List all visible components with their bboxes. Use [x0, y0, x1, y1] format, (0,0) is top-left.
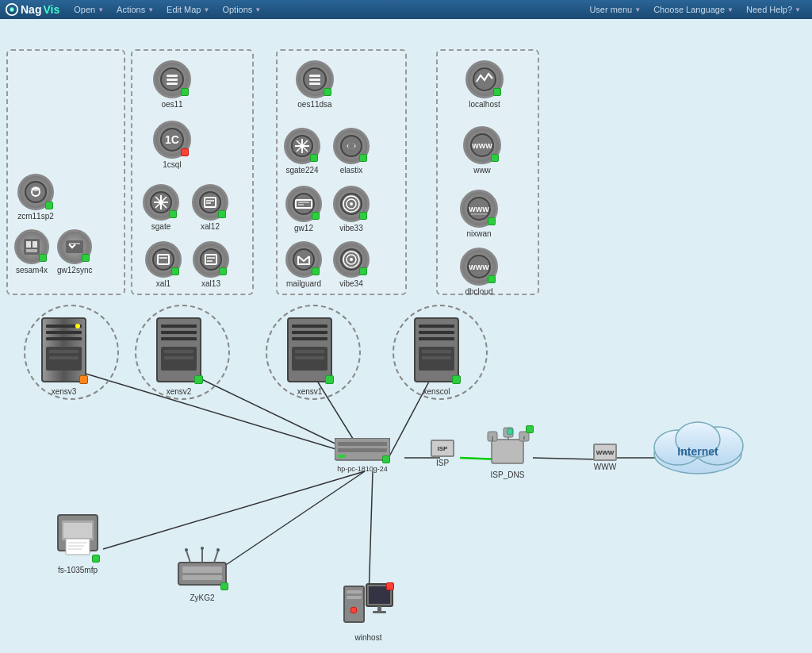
nav-need-help[interactable]: Need Help? ▼ [740, 0, 807, 19]
svg-rect-106 [338, 442, 387, 446]
svg-rect-23 [167, 75, 178, 77]
svg-rect-130 [182, 567, 222, 573]
svg-point-40 [201, 249, 221, 270]
nav-user-menu-chevron: ▼ [634, 6, 641, 13]
nav-edit-map-label: Edit Map [167, 5, 201, 14]
node-sesam4x[interactable]: sesam4x [14, 229, 49, 275]
node-xenscol[interactable]: xenscol [411, 317, 462, 396]
node-www-box[interactable]: WWW WWW [593, 444, 617, 471]
node-vibe33-label: vibe33 [339, 224, 362, 232]
node-xal1-label: xal1 [156, 279, 170, 288]
node-vibe34[interactable]: vibe34 [333, 241, 370, 288]
node-oes11dsa[interactable]: oes11dsa [296, 60, 334, 109]
node-www[interactable]: WWW www [463, 126, 501, 175]
node-gw12[interactable]: gw12 [285, 186, 322, 232]
svg-point-2 [11, 9, 13, 11]
node-xal1[interactable]: xal1 [145, 241, 182, 288]
nav-choose-language-label: Choose Language [653, 5, 725, 14]
svg-point-141 [350, 607, 357, 613]
node-sgate224[interactable]: sgate224 [284, 128, 320, 175]
node-mailguard-label: mailguard [286, 279, 321, 288]
node-zykg2[interactable]: ZyKG2 [174, 547, 230, 602]
node-nixwan[interactable]: WWW nixwan [460, 190, 498, 238]
node-sgate[interactable]: sgate [143, 184, 179, 231]
navbar: NagVis Open ▼ Actions ▼ Edit Map ▼ Optio… [0, 0, 812, 19]
node-gw12sync[interactable]: gw12sync [57, 229, 92, 275]
node-fs-1035mfp-label: fs-1035mfp [58, 566, 98, 574]
node-mailguard[interactable]: mailguard [285, 241, 322, 288]
svg-rect-47 [309, 83, 320, 85]
node-oes11[interactable]: oes11 [153, 60, 191, 109]
node-isp-dns-label: ISP_DNS [491, 471, 525, 479]
node-zykg2-label: ZyKG2 [190, 593, 214, 602]
node-isp-label: ISP [436, 459, 449, 467]
nav-choose-language[interactable]: Choose Language ▼ [647, 0, 740, 19]
nav-actions-chevron: ▼ [147, 6, 154, 13]
nav-user-menu[interactable]: User menu ▼ [583, 0, 647, 19]
svg-rect-140 [347, 596, 362, 599]
node-fs-1035mfp[interactable]: fs-1035mfp [54, 511, 102, 574]
svg-rect-21 [69, 243, 80, 244]
nav-need-help-chevron: ▼ [795, 6, 801, 13]
node-isp[interactable]: ISP ISP [431, 440, 454, 467]
node-xensv3[interactable]: xensv3 [38, 317, 90, 396]
svg-point-14 [25, 182, 46, 202]
node-isp-dns[interactable]: ISP_DNS [480, 424, 535, 479]
svg-rect-103 [422, 350, 451, 353]
svg-rect-101 [419, 337, 454, 340]
node-www-box-label: WWW [594, 463, 616, 471]
svg-rect-108 [338, 455, 346, 458]
nav-edit-map-chevron: ▼ [203, 6, 209, 13]
svg-rect-24 [167, 79, 178, 81]
svg-rect-18 [33, 241, 37, 248]
nav-edit-map[interactable]: Edit Map ▼ [160, 0, 216, 19]
nav-open[interactable]: Open ▼ [67, 0, 110, 19]
svg-rect-81 [49, 350, 79, 353]
nav-options-label: Options [222, 5, 252, 14]
svg-rect-129 [178, 563, 226, 585]
node-xal13[interactable]: xal13 [193, 241, 229, 288]
node-zcm11sp2[interactable]: zcm11sp2 [17, 174, 54, 221]
svg-rect-100 [419, 331, 454, 334]
node-localhost-label: localhost [469, 100, 500, 109]
svg-line-134 [214, 551, 218, 563]
svg-point-62 [350, 202, 353, 206]
node-dbcloud-label: dbcloud [465, 287, 492, 296]
node-xal12[interactable]: xal12 [192, 184, 228, 231]
svg-point-67 [350, 258, 353, 261]
node-elastix[interactable]: elastix [333, 128, 370, 175]
nav-actions[interactable]: Actions ▼ [110, 0, 160, 19]
node-localhost[interactable]: localhost [465, 60, 504, 109]
svg-rect-97 [295, 356, 324, 359]
svg-text:WWW: WWW [472, 142, 492, 150]
svg-point-63 [293, 249, 314, 270]
svg-rect-107 [338, 448, 387, 452]
logo: NagVis [5, 2, 59, 17]
node-xensv2[interactable]: xensv2 [153, 317, 205, 396]
node-hp-switch[interactable]: hp-pc-1810g-24 [335, 438, 390, 473]
svg-rect-46 [309, 79, 320, 81]
nav-open-chevron: ▼ [98, 6, 104, 13]
svg-point-83 [75, 324, 80, 328]
svg-rect-96 [295, 350, 324, 353]
node-gw12sync-label: gw12sync [57, 266, 92, 275]
nav-options[interactable]: Options ▼ [216, 0, 267, 19]
nav-open-label: Open [74, 5, 95, 14]
svg-line-132 [186, 551, 190, 563]
nav-need-help-label: Need Help? [746, 5, 792, 14]
svg-rect-87 [161, 337, 197, 340]
node-1csql[interactable]: 1C 1csql [153, 121, 191, 169]
node-internet[interactable]: Internet [642, 406, 753, 478]
svg-rect-139 [347, 590, 362, 593]
node-winhost[interactable]: winhost [343, 582, 394, 642]
node-xensv1[interactable]: xensv1 [284, 317, 335, 396]
svg-point-137 [216, 548, 220, 551]
svg-point-54 [348, 143, 354, 149]
node-vibe34-label: vibe34 [339, 279, 362, 288]
node-sgate-label: sgate [151, 222, 170, 231]
node-www-label: www [473, 166, 491, 175]
node-vibe33[interactable]: vibe33 [333, 186, 370, 232]
node-dbcloud[interactable]: WWW dbcloud [460, 248, 498, 296]
svg-line-12 [214, 471, 365, 573]
svg-line-11 [103, 471, 365, 549]
